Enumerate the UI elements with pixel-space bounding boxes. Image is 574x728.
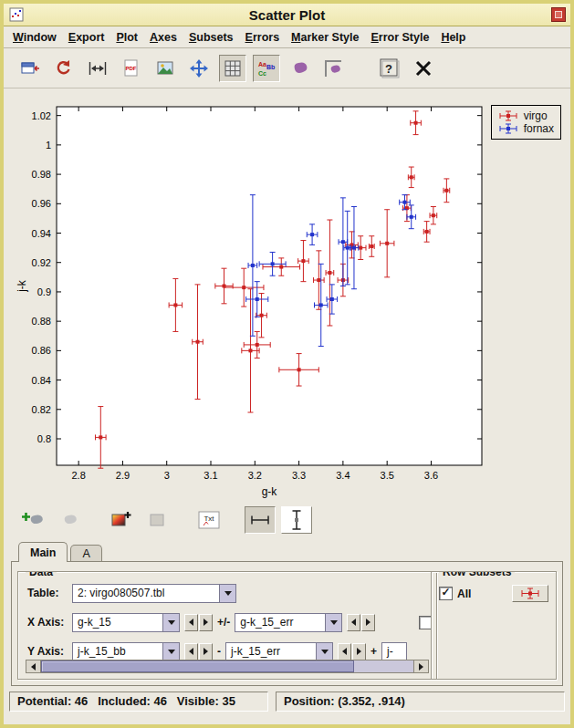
- scrollbar-thumb[interactable]: [41, 660, 354, 672]
- subset-marker-icon: [519, 588, 541, 599]
- table-row: Table: 2: virgo080507.tbl: [27, 583, 433, 603]
- x-error-combo[interactable]: g-k_15_err: [235, 613, 342, 632]
- marker-style-icon[interactable]: [106, 506, 137, 534]
- menu-plot[interactable]: Plot: [116, 31, 138, 44]
- tab-a[interactable]: A: [70, 545, 101, 562]
- x-prev-column-button[interactable]: [184, 614, 198, 631]
- text-label-icon[interactable]: Txt: [193, 506, 224, 534]
- svg-text:1.02: 1.02: [32, 110, 51, 121]
- menu-marker-style[interactable]: Marker Style: [291, 31, 359, 44]
- y-error-combo[interactable]: j-k_15_err: [225, 642, 333, 661]
- y-errorbar-icon[interactable]: [281, 506, 312, 534]
- combo-arrow-icon[interactable]: [162, 643, 179, 660]
- menu-subsets[interactable]: Subsets: [189, 31, 234, 44]
- blob-region-icon[interactable]: [320, 55, 348, 82]
- table-combo[interactable]: 2: virgo080507.tbl: [72, 584, 236, 603]
- detach-window-icon[interactable]: [16, 55, 44, 82]
- y-prev-column-button[interactable]: [184, 643, 198, 660]
- table-combo-value: 2: virgo080507.tbl: [73, 587, 219, 599]
- svg-text:2.8: 2.8: [71, 470, 85, 481]
- data-group: Data Table: 2: virgo080507.tbl X Axis: g…: [17, 571, 437, 680]
- svg-text:0.82: 0.82: [32, 404, 51, 415]
- scroll-left-button[interactable]: [26, 660, 41, 672]
- x-axis-label: X Axis:: [27, 616, 68, 629]
- x-next-column-button[interactable]: [199, 614, 213, 631]
- status-position: Position: (3.352, .914): [276, 692, 565, 712]
- combo-arrow-icon[interactable]: [219, 585, 235, 602]
- resize-icon[interactable]: [84, 55, 111, 82]
- x-plusminus-label: +/-: [217, 616, 230, 629]
- main-toolbar: PDF AaBbCc ?: [4, 48, 570, 88]
- y-plus-label: +: [370, 645, 377, 658]
- svg-text:0.9: 0.9: [37, 286, 51, 297]
- y-axis-combo[interactable]: j-k_15_bb: [72, 642, 180, 661]
- x-axis-combo-value: g-k_15: [73, 616, 162, 629]
- add-subset-icon[interactable]: [18, 506, 49, 534]
- all-subset-checkbox[interactable]: ✓: [439, 587, 453, 600]
- scroll-right-button[interactable]: [413, 660, 428, 672]
- copy-subset-icon[interactable]: [55, 506, 86, 534]
- row-subsets-group: Row Subsets ✓ All: [431, 571, 557, 680]
- svg-text:PDF: PDF: [126, 66, 137, 71]
- blob-subset-icon[interactable]: [287, 55, 314, 82]
- title-bar[interactable]: Scatter Plot: [4, 4, 570, 26]
- svg-text:?: ?: [385, 61, 392, 75]
- svg-text:0.94: 0.94: [32, 228, 51, 239]
- x-axis-row: X Axis: g-k_15 +/- g-k_15_err: [27, 612, 433, 632]
- tab-content: Data Table: 2: virgo080507.tbl X Axis: g…: [11, 561, 563, 686]
- scatter-plot[interactable]: 2.82.933.13.23.33.43.53.60.80.820.840.86…: [15, 96, 489, 502]
- subset-marker-button[interactable]: [512, 585, 548, 602]
- pan-icon[interactable]: [185, 55, 213, 82]
- data-scrollbar[interactable]: [26, 660, 429, 673]
- combo-arrow-icon[interactable]: [325, 614, 341, 631]
- plot-panel: 2.82.933.13.23.33.43.53.60.80.820.840.86…: [4, 88, 570, 499]
- menu-export[interactable]: Export: [68, 31, 105, 44]
- svg-text:3.6: 3.6: [424, 470, 438, 481]
- all-subset-label: All: [457, 588, 471, 600]
- replot-icon[interactable]: [50, 55, 78, 82]
- y-minus-label: -: [217, 645, 221, 658]
- svg-text:Bb: Bb: [266, 64, 275, 70]
- help-icon[interactable]: ?: [376, 55, 403, 82]
- menu-bar: WindowExportPlotAxesSubsetsErrorsMarker …: [4, 26, 570, 48]
- y-next-column-button[interactable]: [199, 643, 213, 660]
- close-icon[interactable]: [410, 55, 437, 82]
- y-axis-row: Y Axis: j-k_15_bb - j-k_15_err: [27, 641, 433, 661]
- legend-marker-icon: [498, 123, 518, 134]
- menu-error-style[interactable]: Error Style: [370, 31, 429, 44]
- menu-errors[interactable]: Errors: [245, 31, 280, 44]
- grid-icon[interactable]: [219, 55, 246, 82]
- svg-text:g-k: g-k: [262, 485, 278, 498]
- tab-main[interactable]: Main: [18, 542, 68, 562]
- subset-row-all: ✓ All: [439, 585, 548, 602]
- export-image-icon[interactable]: [151, 55, 179, 82]
- menu-axes[interactable]: Axes: [150, 31, 177, 44]
- legend-item-virgo: virgo: [498, 109, 554, 122]
- combo-arrow-icon[interactable]: [316, 643, 332, 660]
- y-err-next-button[interactable]: [352, 643, 366, 660]
- text-labels-icon[interactable]: AaBbCc: [253, 55, 280, 82]
- y-error-combo-value: j-k_15_err: [226, 645, 316, 658]
- scrollbar-track[interactable]: [41, 660, 413, 672]
- x-err-prev-button[interactable]: [347, 614, 360, 631]
- menu-help[interactable]: Help: [441, 31, 465, 44]
- y-err-prev-button[interactable]: [338, 643, 351, 660]
- export-pdf-icon[interactable]: PDF: [118, 55, 145, 82]
- y-error2-combo-value: j-: [382, 645, 406, 658]
- window-close-button[interactable]: [551, 7, 566, 22]
- svg-text:0.86: 0.86: [32, 345, 51, 356]
- svg-text:3.1: 3.1: [204, 470, 217, 481]
- svg-text:3: 3: [164, 470, 170, 481]
- style-disabled-icon[interactable]: [142, 506, 173, 534]
- close-glyph: [555, 11, 562, 18]
- combo-arrow-icon[interactable]: [162, 614, 179, 631]
- tab-strip: Main A: [11, 542, 563, 562]
- y-error2-combo[interactable]: j-: [381, 642, 407, 661]
- plot-toolbar: Txt: [4, 502, 570, 538]
- legend-label: fornax: [524, 122, 554, 135]
- x-err-next-button[interactable]: [361, 614, 375, 631]
- x-axis-combo[interactable]: g-k_15: [72, 613, 180, 632]
- menu-window[interactable]: Window: [13, 31, 57, 44]
- svg-text:3.4: 3.4: [336, 470, 350, 481]
- x-errorbar-icon[interactable]: [245, 506, 276, 534]
